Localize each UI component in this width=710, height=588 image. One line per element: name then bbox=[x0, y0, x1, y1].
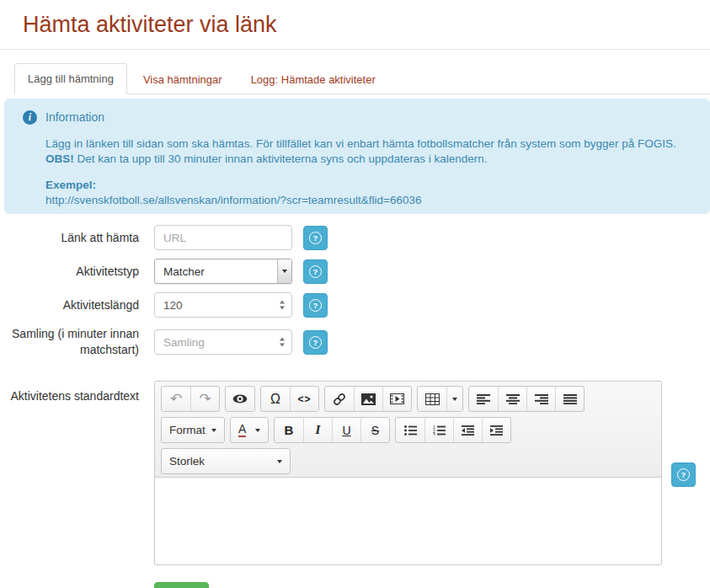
activity-type-select[interactable]: Matcher bbox=[154, 259, 292, 284]
question-icon: ? bbox=[309, 232, 322, 244]
svg-text:3: 3 bbox=[433, 431, 435, 436]
activity-length-label: Aktivitetslängd bbox=[0, 297, 139, 313]
help-button-activity-length[interactable]: ? bbox=[303, 293, 328, 318]
undo-icon: ↶ bbox=[170, 392, 182, 406]
caret-down-icon bbox=[211, 429, 216, 432]
obs-label: OBS! bbox=[45, 152, 74, 165]
example-url: http://svenskfotboll.se/allsvenskan/info… bbox=[45, 193, 676, 209]
size-dropdown[interactable]: Storlek bbox=[162, 449, 290, 473]
align-left-button[interactable] bbox=[469, 387, 498, 411]
align-right-button[interactable] bbox=[526, 387, 555, 411]
question-icon: ? bbox=[677, 468, 690, 481]
info-content: Information Lägg in länken till sidan so… bbox=[45, 110, 676, 214]
strikethrough-button[interactable]: S bbox=[360, 418, 389, 442]
link-icon bbox=[333, 393, 346, 406]
tab-visa-hamtningar[interactable]: Visa hämtningar bbox=[131, 65, 235, 94]
help-button-gathering[interactable]: ? bbox=[303, 330, 328, 355]
table-icon bbox=[425, 393, 440, 405]
form-row-gathering: Samling (i minuter innan matchstart) ? bbox=[0, 326, 710, 358]
numbered-list-icon: 123 bbox=[433, 425, 446, 436]
help-button-activity-type[interactable]: ? bbox=[303, 259, 328, 284]
default-text-label: Aktivitetens standardtext bbox=[0, 381, 139, 404]
strikethrough-icon: S bbox=[371, 424, 379, 437]
form-row-activity-type: Aktivitetstyp Matcher ? bbox=[0, 259, 710, 284]
outdent-button[interactable] bbox=[453, 418, 482, 442]
page: Hämta aktiviteter via länk Lägg till häm… bbox=[0, 12, 710, 588]
info-title: Information bbox=[45, 110, 676, 126]
question-icon: ? bbox=[309, 265, 322, 278]
form-row-link: Länk att hämta ? bbox=[0, 225, 710, 250]
underline-button[interactable]: U bbox=[332, 418, 360, 442]
tab-logg-hamtade-aktiviteter[interactable]: Logg: Hämtade aktiviteter bbox=[238, 65, 388, 94]
bold-button[interactable]: B bbox=[275, 418, 303, 442]
form-row-default-text: Aktivitetens standardtext ↶ ↷ Ω <> bbox=[0, 381, 710, 565]
form-row-activity-length: Aktivitetslängd ? bbox=[0, 292, 710, 318]
editor-toolbar-row-2: Format A B I U S 123 bbox=[155, 414, 661, 446]
indent-button[interactable] bbox=[482, 418, 510, 442]
special-character-button[interactable]: Ω bbox=[261, 387, 290, 411]
activity-type-value: Matcher bbox=[163, 265, 205, 278]
save-button[interactable]: Spara bbox=[154, 582, 209, 588]
indent-icon bbox=[490, 425, 503, 436]
align-right-icon bbox=[535, 394, 548, 404]
link-label: Länk att hämta bbox=[0, 230, 139, 246]
table-menu-button[interactable] bbox=[446, 387, 462, 411]
format-dropdown[interactable]: Format bbox=[162, 418, 224, 442]
bold-icon: B bbox=[285, 423, 294, 437]
redo-button[interactable]: ↷ bbox=[190, 387, 219, 411]
gathering-label: Samling (i minuter innan matchstart) bbox=[0, 326, 139, 358]
help-button-editor[interactable]: ? bbox=[671, 462, 696, 487]
caret-down-icon bbox=[452, 398, 457, 401]
omega-icon: Ω bbox=[270, 393, 280, 406]
italic-icon: I bbox=[316, 423, 321, 437]
editor-toolbar-row-1: ↶ ↷ Ω <> bbox=[155, 382, 661, 414]
size-dropdown-label: Storlek bbox=[169, 455, 205, 468]
info-box: i Information Lägg in länken till sidan … bbox=[4, 99, 710, 214]
activity-length-input[interactable] bbox=[154, 292, 292, 318]
insert-media-button[interactable] bbox=[382, 387, 411, 411]
align-left-icon bbox=[477, 394, 490, 404]
info-line-2: OBS! Det kan ta upp till 30 minuter inna… bbox=[45, 152, 676, 168]
image-icon bbox=[361, 393, 376, 405]
help-button-link[interactable]: ? bbox=[303, 226, 328, 250]
align-justify-icon bbox=[563, 394, 577, 404]
question-icon: ? bbox=[309, 336, 322, 349]
rich-text-editor: ↶ ↷ Ω <> bbox=[154, 381, 662, 565]
fetch-form: Länk att hämta ? Aktivitetstyp Matcher ?… bbox=[0, 225, 710, 588]
italic-button[interactable]: I bbox=[303, 418, 332, 442]
outdent-icon bbox=[462, 425, 474, 436]
info-spacer bbox=[45, 168, 676, 178]
text-color-icon: A bbox=[238, 423, 246, 437]
media-icon bbox=[390, 393, 404, 404]
source-code-button[interactable]: <> bbox=[290, 387, 318, 411]
editor-content-area[interactable] bbox=[155, 477, 661, 564]
format-dropdown-label: Format bbox=[169, 424, 206, 436]
align-justify-button[interactable] bbox=[555, 387, 584, 411]
gathering-input[interactable] bbox=[154, 329, 292, 355]
align-center-icon bbox=[506, 394, 520, 404]
info-line-1: Lägg in länken till sidan som ska hämtas… bbox=[45, 136, 676, 152]
bullet-list-button[interactable] bbox=[396, 418, 424, 442]
insert-link-button[interactable] bbox=[325, 387, 354, 411]
caret-down-icon bbox=[255, 429, 260, 432]
page-title: Hämta aktiviteter via länk bbox=[23, 12, 710, 38]
tab-lagg-till-hamtning[interactable]: Lägg till hämtning bbox=[14, 63, 127, 94]
insert-image-button[interactable] bbox=[354, 387, 382, 411]
info-icon: i bbox=[23, 110, 37, 125]
editor-toolbar-row-3: Storlek bbox=[155, 446, 661, 477]
numbered-list-button[interactable]: 123 bbox=[424, 418, 453, 442]
link-input[interactable] bbox=[154, 225, 292, 250]
obs-text: Det kan ta upp till 30 minuter innan akt… bbox=[77, 152, 488, 165]
title-divider bbox=[0, 49, 710, 50]
bullet-list-icon bbox=[404, 425, 417, 436]
preview-button[interactable] bbox=[226, 387, 254, 411]
code-icon: <> bbox=[297, 394, 311, 404]
tab-bar: Lägg till hämtning Visa hämtningar Logg:… bbox=[14, 63, 710, 94]
align-center-button[interactable] bbox=[498, 387, 526, 411]
table-button[interactable] bbox=[418, 387, 446, 411]
activity-type-label: Aktivitetstyp bbox=[0, 264, 139, 280]
undo-button[interactable]: ↶ bbox=[162, 387, 190, 411]
text-color-dropdown[interactable]: A bbox=[231, 418, 268, 442]
eye-icon bbox=[232, 394, 248, 404]
chevron-down-icon bbox=[277, 259, 291, 283]
